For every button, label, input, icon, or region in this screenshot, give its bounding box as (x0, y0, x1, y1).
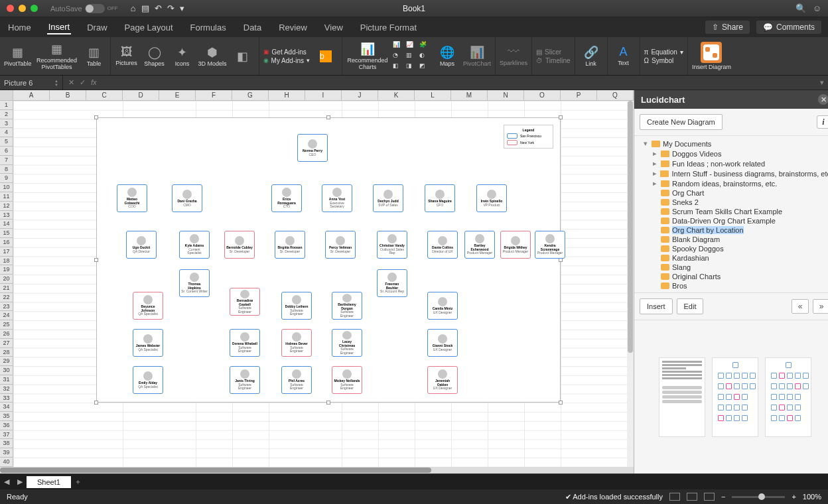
rec-pivottables-button[interactable]: ▦Recommended PivotTables (36, 42, 78, 71)
resize-handle[interactable] (94, 258, 98, 262)
equation-button[interactable]: πEquation▾ (644, 48, 683, 56)
resize-handle[interactable] (94, 115, 98, 119)
cancel-formula-icon[interactable]: ✕ (68, 78, 74, 87)
tab-insert[interactable]: Insert (47, 21, 72, 34)
rec-charts-button[interactable]: 📊Recommended Charts (346, 42, 389, 71)
redo-icon[interactable]: ↷ (167, 3, 174, 13)
tree-document[interactable]: Spooky Doggos (637, 244, 828, 253)
resize-handle[interactable] (559, 115, 563, 119)
tree-folder[interactable]: ▸Random ideas, brainstorms, etc. (637, 178, 828, 188)
tree-document[interactable]: Org Chart (637, 188, 828, 198)
smartart-button[interactable]: ◧ (231, 49, 255, 64)
org-chart-picture[interactable]: Legend San Francisco New York Norma Perr… (96, 117, 561, 403)
tab-view[interactable]: View (323, 21, 344, 34)
horizontal-scrollbar[interactable] (0, 467, 634, 473)
page-layout-view-icon[interactable] (687, 493, 697, 501)
name-box[interactable]: Picture 6 ▲▼ (0, 76, 63, 90)
tree-document[interactable]: Sneks 2 (637, 198, 828, 207)
nav-next-button[interactable]: » (813, 299, 828, 314)
account-icon[interactable]: ☺ (813, 3, 821, 13)
resize-handle[interactable] (559, 401, 563, 405)
chart-gallery[interactable]: 📊📈🧩 ◔▥◐ ◧◨◩ (393, 41, 431, 72)
panel-edit-button[interactable]: Edit (677, 298, 704, 314)
autosave-toggle[interactable]: AutoSave OFF (50, 4, 118, 13)
maps-button[interactable]: 🌐Maps (435, 45, 459, 68)
search-icon[interactable]: 🔍 (795, 3, 806, 13)
tab-data[interactable]: Data (242, 21, 263, 34)
nav-prev-button[interactable]: « (792, 299, 809, 314)
window-close-dot[interactable] (7, 5, 14, 12)
qat-more-icon[interactable]: ▾ (180, 3, 184, 13)
zoom-level[interactable]: 100% (803, 493, 821, 501)
sheet-tab[interactable]: Sheet1 (27, 476, 71, 488)
undo-icon[interactable]: ↶ (155, 3, 162, 13)
accept-formula-icon[interactable]: ✓ (80, 78, 86, 87)
link-button[interactable]: 🔗Link (579, 45, 603, 68)
page-break-view-icon[interactable] (704, 493, 715, 501)
icons-button[interactable]: ✦Icons (171, 45, 194, 68)
table-button[interactable]: ▥Table (82, 45, 106, 68)
add-sheet-button[interactable]: ＋ (71, 477, 86, 487)
pictures-button[interactable]: 🖼Pictures (115, 45, 139, 67)
fx-icon[interactable]: fx (91, 78, 97, 87)
zoom-in-button[interactable]: + (792, 493, 795, 501)
symbol-button[interactable]: ΩSymbol (644, 57, 683, 64)
preview-thumbnail[interactable] (659, 357, 705, 437)
close-panel-icon[interactable]: ✕ (818, 94, 828, 105)
cell-grid[interactable]: Legend San Francisco New York Norma Perr… (13, 101, 634, 467)
3d-models-button[interactable]: ⬢3D Models (198, 45, 227, 68)
comments-button[interactable]: 💬Comments (756, 21, 821, 34)
document-tree[interactable]: ▾My Documents ▸Doggos Videos▸Fun Ideas ;… (634, 135, 828, 293)
tab-review[interactable]: Review (277, 21, 309, 34)
sparklines-button[interactable]: 〰Sparklines (500, 45, 527, 67)
resize-handle[interactable] (326, 401, 330, 405)
sheet-nav-prev[interactable]: ◀ (0, 477, 13, 486)
info-icon[interactable]: i (817, 115, 828, 129)
window-max-dot[interactable] (31, 5, 38, 12)
page-previews[interactable] (634, 320, 828, 473)
pivottable-button[interactable]: ▦PivotTable (4, 45, 32, 68)
tree-document[interactable]: Slang (637, 263, 828, 272)
save-icon[interactable]: ▤ (141, 3, 149, 13)
tab-picture-format[interactable]: Picture Format (359, 21, 418, 34)
create-new-diagram-button[interactable]: Create New Diagram (640, 114, 723, 130)
tree-folder[interactable]: ▸Fun Ideas ; non-work related (637, 158, 828, 168)
text-button[interactable]: AText (612, 45, 636, 67)
tree-document[interactable]: Org Chart by Location (637, 225, 828, 235)
preview-thumbnail[interactable] (765, 357, 811, 437)
column-headers[interactable]: ABCDEFGHIJKLMNOPQ (0, 90, 634, 101)
normal-view-icon[interactable] (669, 493, 680, 501)
shapes-button[interactable]: ◯Shapes (143, 45, 167, 68)
sheet-nav-next[interactable]: ▶ (13, 477, 27, 486)
get-addins-button[interactable]: ▣Get Add-ins (263, 48, 310, 56)
tree-document[interactable]: Scrum Team Skills Chart Example (637, 207, 828, 216)
tab-formulas[interactable]: Formulas (189, 21, 228, 34)
pivotchart-button[interactable]: 📊PivotChart (463, 45, 491, 68)
bing-addin-button[interactable]: b (314, 50, 338, 62)
resize-handle[interactable] (326, 115, 330, 119)
slicer-button[interactable]: ▤Slicer (536, 48, 570, 56)
insert-diagram-button[interactable]: Insert Diagram (692, 42, 731, 71)
row-headers[interactable]: 1234567891011121314151617181920212223242… (0, 101, 13, 467)
resize-handle[interactable] (94, 401, 98, 405)
share-button[interactable]: ⇧Share (705, 21, 750, 34)
tree-document[interactable]: Bros (637, 281, 828, 290)
timeline-button[interactable]: ⏱Timeline (536, 57, 570, 64)
my-addins-button[interactable]: ◉My Add-ins▾ (263, 57, 310, 64)
vertical-scrollbar[interactable] (627, 101, 634, 467)
tab-page-layout[interactable]: Page Layout (123, 21, 174, 34)
tab-home[interactable]: Home (7, 21, 33, 34)
tree-document[interactable]: Blank Diagram (637, 235, 828, 244)
zoom-slider[interactable] (732, 496, 785, 498)
expand-formula-bar[interactable]: ▾ (816, 78, 828, 87)
tree-document[interactable]: Data-Driven Org Chart Example (637, 216, 828, 225)
tree-folder[interactable]: ▸Doggos Videos (637, 149, 828, 158)
tree-folder[interactable]: ▸Intern Stuff - business diagrams, brain… (637, 168, 828, 178)
preview-thumbnail[interactable] (712, 357, 758, 437)
tree-document[interactable]: Original Charts (637, 272, 828, 281)
home-icon[interactable]: ⌂ (131, 3, 136, 13)
tab-draw[interactable]: Draw (86, 21, 108, 34)
panel-insert-button[interactable]: Insert (640, 298, 673, 314)
window-min-dot[interactable] (19, 5, 26, 12)
tree-document[interactable]: Kardashian (637, 253, 828, 263)
